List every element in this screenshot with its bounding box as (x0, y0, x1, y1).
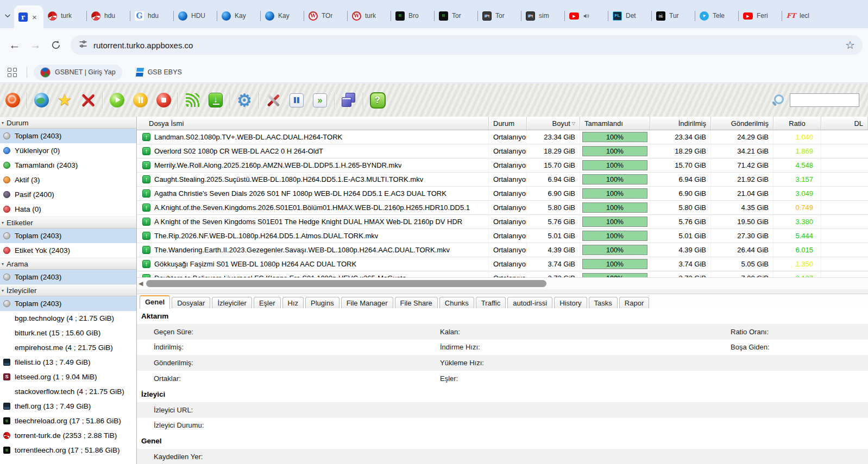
column-header[interactable]: İndirilmiş (650, 117, 711, 130)
detail-tab-dosyalar[interactable]: Dosyalar (172, 297, 210, 309)
toolbar-tools-button[interactable] (264, 91, 282, 110)
toolbar-stop-button[interactable] (154, 91, 173, 110)
torrent-row[interactable]: ↑Overlord S02 1080p CR WEB-DL AAC2 0 H 2… (137, 144, 868, 158)
tab[interactable]: Ghdu (130, 7, 173, 25)
toolbar-floppy-button[interactable] (339, 91, 358, 110)
tab[interactable]: ☠Tur (652, 7, 695, 25)
toolbar-globe-button[interactable] (32, 91, 51, 110)
tab[interactable]: Wturk (348, 7, 391, 25)
torrent-row[interactable]: ↑Gökkuşağı Faşizmi S01 WEB-DL 1080p H264… (137, 257, 868, 271)
column-header[interactable]: Durum (489, 117, 527, 130)
tab[interactable]: hdu (87, 7, 130, 25)
detail-tab-file-manager[interactable]: File Manager (341, 297, 393, 309)
tab[interactable]: HDU (174, 7, 217, 25)
search-input[interactable] (790, 93, 859, 107)
sidebar-item[interactable]: torrent-turk.de (2353 ; 2.88 TiB) (0, 428, 136, 443)
torrent-row[interactable]: ↑A Knight of the Seven Kingdoms S01E01 T… (137, 215, 868, 229)
scroll-left-arrow-icon[interactable]: ◀ (139, 280, 143, 287)
toolbar-download-button[interactable]: ↓ (206, 91, 225, 110)
reload-button[interactable] (47, 36, 65, 54)
column-header[interactable]: Dosya İsmi (137, 117, 489, 130)
bookmark-item[interactable]: GSBNET | Giriş Yap (34, 65, 122, 80)
panel-splitter[interactable] (137, 289, 868, 294)
torrent-row[interactable]: ↑A.Knight.of.the.Seven.Kingdoms.2026.S01… (137, 201, 868, 215)
torrent-row[interactable]: ↑Agatha Christie's Seven Dials 2026 S01 … (137, 187, 868, 201)
toolbar-gear-button[interactable]: ⚙ (235, 91, 254, 110)
column-header[interactable]: Gönderilmiş (711, 117, 773, 130)
bookmark-item[interactable]: GSB EBYS (130, 65, 188, 79)
toolbar-help-button[interactable]: ? (368, 91, 387, 110)
sidebar-section-header[interactable]: ▾İzleyiciler (0, 284, 136, 296)
url-text[interactable]: rutorrent.turko.appboxes.co (93, 41, 193, 50)
sidebar-item[interactable]: Aktif (3) (0, 173, 136, 187)
tab[interactable]: FTlecl (782, 7, 825, 25)
tab[interactable]: tlBro (391, 7, 434, 25)
tab[interactable]: Kay (217, 7, 260, 25)
sidebar-item[interactable]: Sletseed.org (1 ; 9.04 MiB) (0, 370, 136, 384)
tab-active[interactable]: r× (14, 5, 43, 28)
sidebar-item[interactable]: tltorrentleech.org (17 ; 51.86 GiB) (0, 443, 136, 457)
column-header[interactable]: Boyut▽ (527, 117, 580, 130)
tab[interactable]: tlTor (435, 7, 477, 25)
torrent-row[interactable]: ↑Landman.S02.1080p.TV+.WEB-DL.AAC.DUAL.H… (137, 130, 868, 144)
tab[interactable]: FLDet (608, 7, 651, 25)
sidebar-item[interactable]: Toplam (2403) (0, 296, 136, 311)
detail-tab-genel[interactable]: Genel (140, 295, 170, 309)
sidebar-item[interactable]: Hata (0) (0, 202, 136, 217)
sidebar-section-header[interactable]: ▾Durum (0, 117, 136, 129)
sidebar-section-header[interactable]: ▾Etiketler (0, 217, 136, 228)
sidebar-item[interactable]: Pasif (2400) (0, 187, 136, 202)
toolbar-delete-button[interactable] (79, 91, 97, 110)
toolbar-play-button[interactable] (108, 91, 126, 110)
tab[interactable]: Kay (261, 7, 304, 25)
torrent-row[interactable]: ↑Caught.Stealing.2025.Suçüstü.WEB-DL.108… (137, 173, 868, 187)
horizontal-scrollbar[interactable]: ◀ (137, 277, 868, 289)
sidebar-item[interactable]: filelist.io (13 ; 7.49 GiB) (0, 355, 136, 370)
toolbar-pause-button[interactable] (131, 91, 149, 110)
torrent-row[interactable]: ↑Doubters to Believers Liverpool FC Klop… (137, 271, 868, 277)
sidebar-item[interactable]: empirehost.me (4 ; 21.75 GiB) (0, 340, 136, 355)
tab[interactable]: IPtTor (478, 7, 521, 25)
toolbar-power-button[interactable] (3, 91, 22, 110)
close-icon[interactable]: × (32, 12, 37, 22)
detail-tab-tasks[interactable]: Tasks (589, 297, 618, 309)
torrent-row[interactable]: ↑The.Wandering.Earth.II.2023.Gezegenler.… (137, 243, 868, 257)
site-info-icon[interactable] (78, 39, 88, 51)
forward-button[interactable]: → (26, 36, 45, 54)
toolbar-resume-window-button[interactable]: » (311, 91, 329, 110)
sidebar-item[interactable]: stackoverflow.tech (4 ; 21.75 GiB) (0, 384, 136, 399)
detail-tab-i̇zleyiciler[interactable]: İzleyiciler (212, 297, 251, 309)
bookmark-star-icon[interactable]: ☆ (845, 39, 855, 52)
torrent-row[interactable]: ↑Merrily.We.Roll.Along.2025.2160p.AMZN.W… (137, 158, 868, 173)
apps-grid-icon[interactable] (8, 68, 17, 77)
tab[interactable]: ▶ (565, 7, 608, 25)
tab[interactable]: IPtsim (521, 7, 564, 25)
sidebar-item[interactable]: Etiket Yok (2403) (0, 243, 136, 258)
column-header[interactable]: Tamamlandı (580, 117, 650, 130)
sidebar-item[interactable]: bitturk.net (15 ; 15.60 GiB) (0, 326, 136, 340)
sidebar-item[interactable]: bgp.technology (4 ; 21.75 GiB) (0, 311, 136, 326)
sidebar-item[interactable]: thefl.org (13 ; 7.49 GiB) (0, 399, 136, 414)
detail-tab-hız[interactable]: Hız (282, 297, 304, 309)
tab[interactable]: WTOr (304, 7, 347, 25)
tab[interactable]: ▶Feri (739, 7, 782, 25)
detail-tab-chunks[interactable]: Chunks (439, 297, 474, 309)
address-bar[interactable]: rutorrent.turko.appboxes.co ☆ (71, 35, 863, 55)
scrollbar-thumb[interactable] (146, 280, 546, 287)
tab-list-chevron-icon[interactable] (1, 8, 14, 24)
toolbar-star-button[interactable]: ★ (55, 91, 74, 110)
sidebar-item[interactable]: tltleechreload.org (17 ; 51.86 GiB) (0, 414, 136, 428)
sidebar-item[interactable]: Toplam (2403) (0, 270, 136, 284)
sidebar-item[interactable]: Toplam (2403) (0, 129, 136, 143)
toolbar-pause-window-button[interactable] (287, 91, 306, 110)
toolbar-rss-button[interactable] (183, 91, 202, 110)
tab[interactable]: ►Tele (695, 7, 738, 25)
detail-tab-rapor[interactable]: Rapor (619, 297, 649, 309)
detail-tab-traffic[interactable]: Traffic (476, 297, 506, 309)
tab[interactable]: turk (43, 7, 86, 25)
sidebar-section-header[interactable]: ▾Arama (0, 258, 136, 270)
torrent-row[interactable]: ↑The.Rip.2026.NF.WEB-DL.1080p.H264.DD5.1… (137, 229, 868, 243)
detail-tab-file-share[interactable]: File Share (395, 297, 438, 309)
back-button[interactable]: ← (5, 36, 24, 54)
detail-tab-history[interactable]: History (554, 297, 587, 309)
